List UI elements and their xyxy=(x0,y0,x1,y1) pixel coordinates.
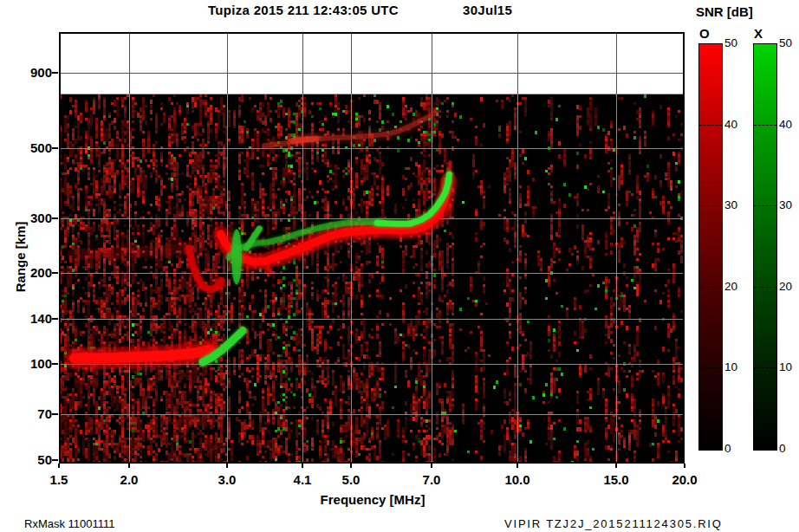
x-tick-label: 1.5 xyxy=(40,472,78,487)
y-tick-mark xyxy=(52,217,58,219)
y-tick-label: 900 xyxy=(16,65,52,80)
x-tick-mark xyxy=(516,464,518,468)
y-tick-label: 50 xyxy=(16,452,52,467)
x-tick-label: 15.0 xyxy=(597,472,635,487)
y-tick-label: 200 xyxy=(16,265,52,280)
y-tick-label: 140 xyxy=(16,311,52,326)
colorbar-title: SNR [dB] xyxy=(696,4,753,19)
colorbar-tick-label: 50 xyxy=(779,36,792,49)
colorbar-dash xyxy=(699,205,722,206)
x-tick-label: 7.0 xyxy=(412,472,451,487)
x-axis-title: Frequency [MHz] xyxy=(286,492,459,507)
file-label: VIPIR TZJ2J_2015211124305.RIQ xyxy=(504,517,723,530)
x-tick-label: 3.0 xyxy=(208,472,246,487)
colorbar-dash xyxy=(754,125,776,126)
colorbar-tick-label: 20 xyxy=(779,280,792,293)
colorbar-tick-label: 50 xyxy=(724,36,737,49)
colorbar-tick-label: 40 xyxy=(724,118,737,131)
x-tick-mark xyxy=(431,464,432,468)
colorbar-tick-label: 10 xyxy=(724,360,737,373)
colorbar-dash xyxy=(699,287,722,288)
x-tick-label: 5.0 xyxy=(332,472,370,487)
colorbar-tick-label: 0 xyxy=(779,442,786,455)
x-tick-label: 10.0 xyxy=(498,472,536,487)
colorbar-o-label: O xyxy=(699,26,710,41)
y-tick-label: 100 xyxy=(16,356,52,371)
y-tick-mark xyxy=(52,363,58,365)
ionogram-plot xyxy=(59,32,685,464)
x-tick-mark xyxy=(128,464,130,468)
x-tick-mark xyxy=(684,464,685,468)
y-tick-label: 70 xyxy=(16,406,52,421)
x-tick-mark xyxy=(302,464,303,468)
x-tick-mark xyxy=(615,464,617,468)
colorbar-tick-label: 10 xyxy=(779,360,792,373)
x-tick-mark xyxy=(58,464,60,468)
colorbar-dash xyxy=(754,205,776,206)
colorbar-dash xyxy=(699,367,722,368)
colorbar-tick-label: 0 xyxy=(724,442,731,455)
y-tick-mark xyxy=(52,318,58,320)
rxmask-label: RxMask 11001111 xyxy=(24,517,115,530)
date-label: 30Jul15 xyxy=(463,3,512,17)
colorbar-dash xyxy=(699,125,722,126)
colorbar-tick-label: 30 xyxy=(779,198,792,211)
y-tick-label: 500 xyxy=(16,140,52,155)
x-tick-label: 4.1 xyxy=(283,472,322,487)
x-tick-mark xyxy=(350,464,352,468)
x-tick-mark xyxy=(226,464,228,468)
page-title: Tupiza 2015 211 12:43:05 UTC xyxy=(208,3,399,17)
y-tick-mark xyxy=(52,413,58,415)
colorbar-tick-label: 30 xyxy=(724,198,737,211)
colorbar-tick-label: 40 xyxy=(779,118,792,131)
colorbar-x xyxy=(753,43,777,451)
ionogram-page: Tupiza 2015 211 12:43:05 UTC 30Jul15 Ran… xyxy=(0,0,799,532)
y-tick-mark xyxy=(52,272,58,274)
y-tick-mark xyxy=(52,459,58,461)
colorbar-dash xyxy=(754,367,776,368)
colorbar-o xyxy=(698,43,723,451)
colorbar-tick-label: 20 xyxy=(724,280,737,293)
x-tick-label: 2.0 xyxy=(110,472,148,487)
y-tick-mark xyxy=(52,147,58,149)
y-tick-label: 300 xyxy=(16,211,52,225)
colorbar-dash xyxy=(754,287,776,288)
x-tick-label: 20.0 xyxy=(666,472,704,487)
y-tick-mark xyxy=(52,72,58,74)
colorbar-x-label: X xyxy=(754,26,763,41)
